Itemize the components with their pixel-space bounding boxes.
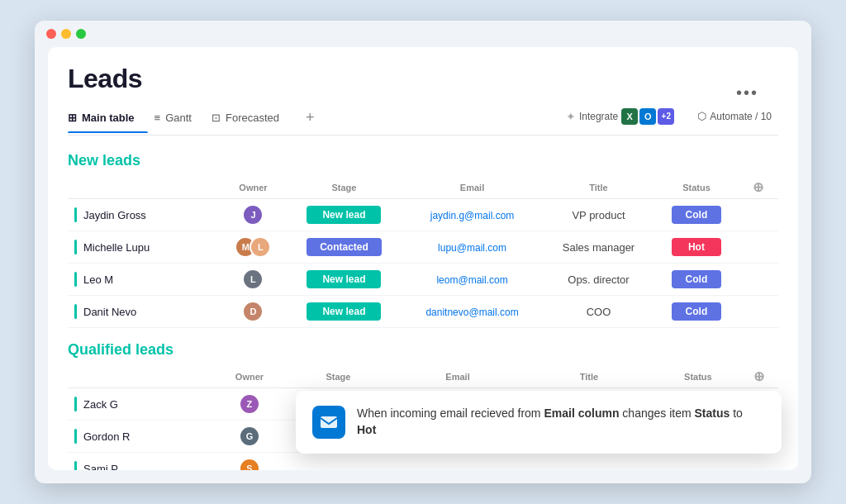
owner-cell-3: D (221, 296, 286, 328)
add-col-button[interactable]: ⊕ (749, 180, 767, 194)
name-bar (74, 240, 77, 254)
email-cell-3[interactable]: danitnevo@mail.com (402, 296, 542, 328)
table-new-leads: OwnerStageEmailTitleStatus⊕Jaydin GrossJ… (68, 176, 778, 328)
stage-badge: New lead (307, 206, 381, 224)
avatar-group: G (224, 426, 275, 447)
stage-cell-0[interactable]: New lead (286, 199, 402, 231)
table-row[interactable]: Danit NevoDNew leaddanitnevo@mail.comCOO… (68, 296, 778, 328)
automate-button[interactable]: ⬡ Automate / 10 (691, 107, 778, 125)
email-link[interactable]: danitnevo@mail.com (425, 307, 518, 318)
avatar: L (242, 269, 264, 290)
integrate-label: Integrate (579, 111, 618, 122)
row-name: Sami P (83, 463, 118, 471)
tabs-row: ⊞Main table≡Gantt⊡Forecasted+ ✦ Integrat… (68, 104, 778, 136)
avatar: G (239, 426, 260, 447)
owner-cell-2: L (221, 264, 286, 296)
minimize-dot[interactable] (61, 29, 71, 39)
integrate-button[interactable]: ✦ Integrate X O +2 (559, 106, 681, 127)
stage-cell-3[interactable]: New lead (286, 296, 402, 328)
tooltip-bold3: Hot (357, 423, 376, 436)
extra-cell-1 (738, 231, 778, 264)
row-name: Jaydin Gross (83, 209, 146, 221)
table-row[interactable]: Sami PS (68, 453, 778, 471)
status-cell-3[interactable]: Cold (655, 296, 738, 328)
email-link[interactable]: jaydin.g@mail.com (430, 210, 515, 221)
tab-icon-gantt: ≡ (154, 112, 161, 124)
name-bar (74, 429, 77, 444)
extra-cell-3 (738, 296, 778, 328)
email-link[interactable]: lupu@mail.com (438, 242, 506, 254)
stage-cell-1[interactable]: Contacted (286, 231, 402, 264)
row-name: Danit Nevo (83, 306, 136, 318)
col-header-6[interactable]: ⊕ (739, 365, 778, 388)
name-cell-2: Leo M (68, 264, 221, 296)
status-cell-2[interactable] (658, 453, 739, 471)
owner-cell-1: G (217, 421, 282, 453)
outlook-tooltip-icon (312, 406, 345, 439)
tab-gantt[interactable]: ≡Gantt (154, 107, 205, 132)
table-row[interactable]: Michelle LupuMLContactedlupu@mail.comSal… (68, 231, 778, 264)
tab-label-main-table: Main table (82, 112, 135, 124)
tooltip-prefix: When incoming email recieved from (357, 407, 544, 420)
owner-cell-0: Z (217, 388, 282, 421)
row-name: Gordon R (83, 430, 130, 443)
tooltip-popup: When incoming email recieved from Email … (296, 391, 782, 454)
row-name: Michelle Lupu (83, 241, 150, 254)
tab-main-table[interactable]: ⊞Main table (68, 107, 148, 132)
status-badge: Cold (672, 206, 721, 224)
col-header-3: Email (402, 176, 542, 199)
col-header-4: Title (520, 365, 658, 388)
stage-badge: New lead (307, 302, 381, 321)
owner-cell-2: S (217, 453, 282, 471)
extra-cell-0 (738, 199, 778, 231)
col-header-4: Title (542, 176, 655, 199)
toolbar-right: ✦ Integrate X O +2 ⬡ Automate / 10 (559, 106, 778, 134)
col-header-3: Email (395, 365, 520, 388)
integrate-icon: ✦ (566, 110, 576, 123)
email-link[interactable]: leom@mail.com (436, 274, 507, 286)
group-header-new-leads: New leads (68, 152, 778, 169)
email-cell-1[interactable]: lupu@mail.com (402, 231, 542, 264)
col-header-6[interactable]: ⊕ (738, 176, 778, 199)
status-cell-1[interactable]: Hot (655, 231, 738, 264)
stage-cell-2[interactable]: New lead (286, 264, 402, 296)
col-header-1: Owner (217, 365, 282, 388)
add-col-button[interactable]: ⊕ (750, 369, 768, 383)
email-cell-0[interactable]: jaydin.g@mail.com (402, 199, 542, 231)
stage-badge: New lead (307, 270, 381, 288)
group-header-qualified: Qualified leads (68, 341, 778, 359)
tab-label-gantt: Gantt (165, 112, 192, 124)
avatar: D (242, 301, 264, 322)
name-bar (74, 461, 77, 470)
name-cell-1: Michelle Lupu (68, 231, 221, 264)
email-cell-2[interactable]: leom@mail.com (402, 264, 542, 296)
integrate-icons: X O +2 (621, 108, 674, 125)
tab-forecasted[interactable]: ⊡Forecasted (212, 107, 292, 132)
col-header-2: Stage (286, 176, 402, 199)
close-dot[interactable] (46, 29, 56, 39)
avatar: S (239, 458, 260, 470)
tooltip-middle: changes item (619, 407, 694, 420)
stage-badge: Contacted (307, 238, 382, 256)
table-row[interactable]: Jaydin GrossJNew leadjaydin.g@mail.comVP… (68, 199, 778, 231)
titlebar (35, 21, 811, 47)
extra-cell-2 (738, 264, 778, 296)
status-cell-2[interactable]: Cold (655, 264, 738, 296)
avatar-group: J (227, 204, 279, 226)
status-cell-0[interactable]: Cold (655, 199, 738, 231)
avatar: Z (239, 393, 260, 415)
automate-icon: ⬡ (697, 110, 706, 122)
stage-cell-2[interactable] (282, 453, 395, 471)
name-cell-2: Sami P (68, 453, 217, 471)
email-cell-2[interactable] (395, 453, 520, 471)
col-header-1: Owner (221, 176, 286, 199)
maximize-dot[interactable] (76, 29, 86, 39)
extra-cell-2 (739, 453, 778, 471)
tab-label-forecasted: Forecasted (226, 112, 279, 124)
table-row[interactable]: Leo MLNew leadleom@mail.comOps. director… (68, 264, 778, 296)
add-tab-button[interactable]: + (299, 104, 321, 135)
more-menu-button[interactable]: ••• (736, 83, 758, 102)
name-cell-1: Gordon R (68, 421, 217, 453)
row-name: Zack G (83, 398, 118, 411)
row-name: Leo M (83, 273, 113, 286)
